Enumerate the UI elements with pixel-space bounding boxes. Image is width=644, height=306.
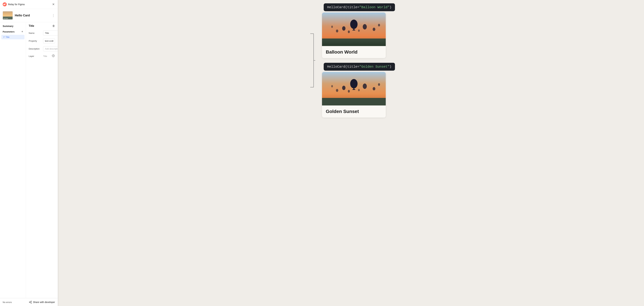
relay-logo-icon — [3, 2, 7, 6]
property-label: Property — [29, 40, 42, 42]
layer-value: Title — [43, 55, 50, 57]
svg-point-4 — [53, 55, 54, 56]
card2-tooltip-value: "Golden Sunset" — [359, 65, 390, 69]
svg-point-27 — [373, 28, 375, 31]
card2-image — [322, 72, 386, 106]
card2-preview: Golden Sunset — [322, 72, 386, 118]
property-field-row: Property text-content visible fill ▾ — [26, 37, 58, 45]
card1-tooltip-prefix: HelloCard(title= — [327, 5, 359, 9]
panel-header: Relay for Figma ✕ — [0, 0, 58, 9]
card1-tooltip: HelloCard(title="Balloon World") — [324, 3, 395, 11]
right-column: Title 🗑 Name Property text-content visib… — [26, 22, 58, 298]
share-icon — [29, 301, 32, 304]
bracket-svg — [307, 20, 315, 101]
card2-tooltip-prefix: HelloCard(title= — [327, 65, 359, 69]
svg-point-25 — [363, 24, 367, 29]
param-type-icon: T — [3, 36, 4, 38]
svg-rect-36 — [352, 89, 355, 90]
summary-tab[interactable]: Summary — [0, 22, 26, 29]
svg-point-44 — [358, 89, 360, 91]
bracket-connector — [307, 20, 315, 101]
card1-title: Balloon World — [326, 49, 358, 55]
card1-tooltip-value: "Balloon World" — [359, 5, 390, 9]
svg-point-30 — [348, 30, 350, 33]
card2-balloon-scene — [322, 72, 386, 106]
card2-tooltip-suffix: ) — [390, 65, 392, 69]
card2-title: Golden Sunset — [326, 109, 359, 114]
name-input[interactable] — [43, 30, 58, 36]
svg-point-24 — [342, 26, 346, 31]
component-card-left: Hello World Hello Card — [3, 11, 30, 19]
thumbnail-sky — [3, 11, 12, 16]
share-label: Share with developer — [33, 301, 55, 304]
svg-line-12 — [30, 302, 31, 302]
param-name-label: Title — [6, 36, 10, 38]
description-input[interactable] — [43, 46, 58, 51]
content-area: Summary Parameters + T Title Title 🗑 Nam… — [0, 22, 58, 298]
svg-point-42 — [331, 85, 333, 87]
crosshair-icon — [52, 54, 55, 57]
property-select-wrap: text-content visible fill ▾ — [43, 38, 55, 43]
param-title-item[interactable]: T Title — [1, 35, 24, 39]
svg-point-10 — [31, 303, 32, 303]
card2-group: HelloCard(title="Golden Sunset") — [322, 63, 395, 118]
svg-point-26 — [336, 29, 338, 32]
delete-button[interactable]: 🗑 — [52, 24, 55, 27]
close-button[interactable]: ✕ — [52, 2, 55, 6]
svg-point-31 — [358, 29, 360, 32]
layer-label: Layer — [29, 55, 42, 57]
panel-footer: No errors Share with developer — [0, 298, 58, 306]
svg-rect-23 — [352, 30, 355, 30]
card1-preview: Balloon World — [322, 12, 386, 58]
card2-tooltip: HelloCard(title="Golden Sunset") — [324, 63, 395, 71]
card1-tooltip-suffix: ) — [390, 5, 392, 9]
name-field-row: Name — [26, 29, 58, 37]
svg-point-38 — [363, 84, 367, 89]
cards-section: HelloCard(title="Balloon World") — [322, 3, 395, 118]
share-button[interactable]: Share with developer — [29, 301, 55, 304]
description-label: Description — [29, 47, 42, 50]
more-options-button[interactable]: ⋮ — [52, 13, 55, 17]
crosshair-button[interactable] — [52, 54, 55, 58]
svg-point-41 — [378, 83, 380, 86]
parameters-label: Parameters — [3, 30, 14, 33]
left-column: Summary Parameters + T Title — [0, 22, 26, 298]
detail-title: Title — [29, 24, 34, 27]
name-label: Name — [29, 32, 42, 34]
svg-point-40 — [373, 87, 375, 90]
svg-point-34 — [350, 79, 358, 88]
svg-rect-20 — [322, 38, 386, 46]
svg-rect-33 — [322, 98, 386, 106]
svg-point-29 — [331, 26, 333, 28]
app-title: Relay for Figma — [8, 3, 25, 6]
header-left: Relay for Figma — [3, 2, 25, 6]
svg-point-28 — [378, 24, 380, 26]
component-thumbnail: Hello World — [3, 11, 13, 19]
plugin-panel: Relay for Figma ✕ Hello World Hello Card… — [0, 0, 58, 306]
component-card: Hello World Hello Card ⋮ — [0, 9, 58, 22]
svg-point-21 — [350, 19, 358, 29]
card1-image — [322, 12, 386, 46]
parameters-header: Parameters + — [0, 29, 26, 34]
svg-point-37 — [342, 86, 346, 90]
no-errors-label: No errors — [3, 301, 12, 304]
card2-body: Golden Sunset — [322, 106, 386, 118]
svg-point-39 — [336, 89, 338, 92]
svg-point-43 — [348, 90, 350, 93]
card1-group: HelloCard(title="Balloon World") — [322, 3, 395, 58]
add-parameter-button[interactable]: + — [21, 30, 23, 33]
svg-point-3 — [52, 55, 54, 57]
card1-balloon-scene — [322, 12, 386, 46]
svg-point-2 — [5, 3, 6, 4]
component-name: Hello Card — [15, 14, 30, 17]
svg-line-13 — [30, 302, 31, 303]
main-canvas: HelloCard(title="Balloon World") — [58, 0, 644, 121]
card1-body: Balloon World — [322, 46, 386, 58]
detail-header: Title 🗑 — [26, 22, 58, 29]
thumbnail-label: Hello World — [3, 18, 8, 19]
description-field-row: Description — [26, 45, 58, 53]
layer-row: Layer Title — [26, 53, 58, 60]
property-select[interactable]: text-content visible fill — [43, 38, 55, 43]
svg-point-11 — [29, 302, 30, 303]
svg-point-9 — [31, 301, 32, 302]
